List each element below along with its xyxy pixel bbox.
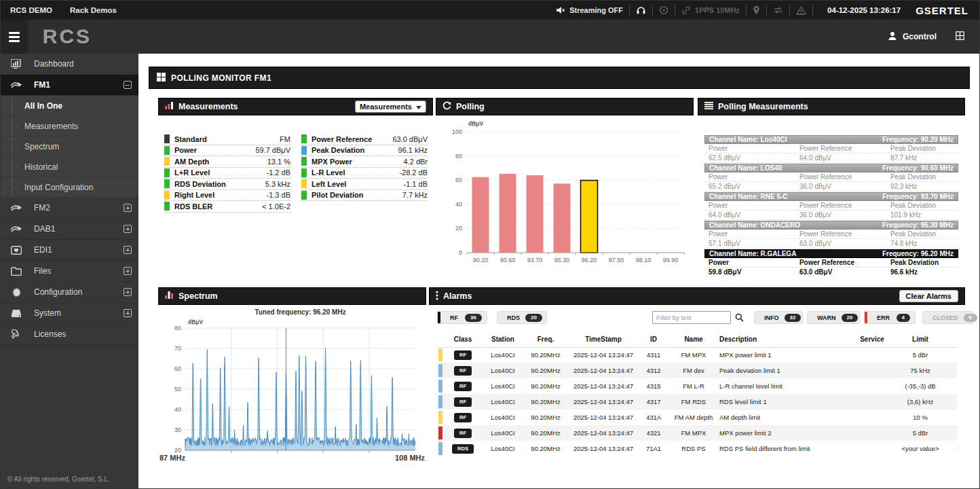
filter-chip-rds[interactable]: RDS20 bbox=[497, 311, 547, 324]
filter-chip-err[interactable]: ERR4 bbox=[864, 311, 916, 324]
alarm-row[interactable]: RFLos40CI90.20MHz2025-12-04 13:24:474312… bbox=[437, 363, 957, 378]
column-header-freq-[interactable]: Freq. bbox=[524, 332, 567, 347]
channel-block-ondacero[interactable]: Channel Name: ONDACEROFrequency: 95.30 M… bbox=[704, 221, 958, 249]
svg-text:98.10: 98.10 bbox=[636, 257, 652, 264]
reference-status[interactable]: 1PPS 10MHz bbox=[681, 5, 740, 15]
alarm-row[interactable]: RFLos40CI90.20MHz2025-12-04 13:24:474311… bbox=[437, 347, 957, 363]
field-label: Power Reference bbox=[799, 230, 890, 238]
rcs-logo[interactable]: RCS bbox=[43, 25, 92, 48]
status-indicator bbox=[301, 191, 307, 200]
column-header-class[interactable]: Class bbox=[444, 332, 482, 347]
alarm-cell-limit: 5 dBr bbox=[896, 347, 945, 363]
alarm-class-badge: RF bbox=[454, 350, 472, 360]
signal-icon bbox=[10, 204, 23, 213]
column-header-station[interactable]: Station bbox=[482, 332, 524, 347]
channel-block-los40[interactable]: Channel Name: LOS40Frequency: 90.60 MHzP… bbox=[704, 164, 958, 192]
polling-bar-chart[interactable]: 020406080100dBμV90.2090.6093.7095.3096.2… bbox=[436, 115, 694, 276]
status-indicator bbox=[301, 168, 307, 177]
sidebar-subitem-label: Historical bbox=[24, 162, 58, 172]
location-pin-icon[interactable] bbox=[753, 5, 760, 15]
filter-chip-info[interactable]: INFO32 bbox=[754, 311, 803, 324]
svg-text:96.20: 96.20 bbox=[582, 257, 597, 264]
column-header-value[interactable]: Value bbox=[945, 332, 957, 347]
user-menu[interactable]: Gcontrol bbox=[888, 31, 937, 43]
expand-icon[interactable] bbox=[124, 288, 132, 296]
dots-icon bbox=[436, 291, 438, 302]
alarm-cell-service bbox=[848, 378, 896, 394]
sidebar-subitem-input-configuration[interactable]: Input Configuration bbox=[1, 177, 138, 198]
column-header-timestamp[interactable]: TimeStamp bbox=[567, 332, 639, 347]
filter-count-badge: 36 bbox=[465, 314, 482, 322]
channel-field-values: 65.2 dBμV36.0 dBμV92.3 kHz bbox=[704, 182, 958, 192]
sidebar-item-system[interactable]: System bbox=[1, 303, 138, 324]
filter-chip-closed[interactable]: CLOSED0 bbox=[922, 311, 974, 324]
alarm-cell-name: FM MPX bbox=[668, 425, 719, 441]
clear-alarms-button[interactable]: Clear Alarms bbox=[899, 290, 958, 302]
column-header-id[interactable]: ID bbox=[639, 332, 668, 347]
channel-frequency: Frequency: 93.70 MHz bbox=[882, 193, 954, 200]
link-icon bbox=[681, 5, 691, 15]
measurement-row: Power Reference63.0 dBμV bbox=[301, 134, 428, 145]
spectrum-chart[interactable]: 20304050607080Tuned frequency: 96.20 MHz… bbox=[158, 305, 426, 469]
alarm-row[interactable]: RDSLos40CI90.20MHz2025-12-04 13:24:4771A… bbox=[437, 441, 957, 456]
sidebar-subitem-historical[interactable]: Historical bbox=[1, 157, 138, 177]
sidebar-item-fm1[interactable]: FM1 bbox=[1, 75, 138, 96]
sidebar-item-licenses[interactable]: Licenses bbox=[1, 324, 138, 345]
channel-block-r-galega[interactable]: Channel Name: R.GALEGAFrequency: 96.20 M… bbox=[704, 249, 958, 276]
alarm-row[interactable]: RFLos40CI90.20MHz2025-12-04 13:24:474315… bbox=[437, 378, 957, 394]
apps-grid-icon[interactable] bbox=[956, 31, 964, 43]
power-icon[interactable] bbox=[659, 5, 668, 15]
search-icon[interactable] bbox=[735, 312, 744, 325]
sidebar-item-files[interactable]: Files bbox=[1, 261, 138, 282]
filter-chip-warn[interactable]: WARN20 bbox=[807, 311, 860, 324]
expand-icon[interactable] bbox=[124, 309, 132, 317]
collapse-icon[interactable] bbox=[124, 81, 132, 89]
menu-rcs-demo[interactable]: RCS DEMO bbox=[10, 6, 52, 14]
channel-block-los40ci[interactable]: Channel Name: Los40CIFrequency: 90.20 MH… bbox=[704, 135, 958, 163]
filter-chip-rf[interactable]: RF36 bbox=[437, 311, 487, 324]
expand-icon[interactable] bbox=[124, 267, 132, 275]
transfer-arrows-icon[interactable] bbox=[773, 6, 783, 14]
hamburger-icon[interactable] bbox=[1, 20, 28, 54]
alarm-cell-freq: 90.20MHz bbox=[524, 441, 567, 456]
svg-text:60: 60 bbox=[455, 177, 462, 183]
status-indicator bbox=[164, 179, 170, 188]
measurements-panel-title: Measurements bbox=[178, 102, 238, 111]
alarm-class-badge: RDS bbox=[452, 444, 474, 454]
menu-rack-demos[interactable]: Rack Demos bbox=[70, 6, 117, 14]
sidebar-item-fm2[interactable]: FM2 bbox=[1, 198, 138, 219]
reference-label: 1PPS 10MHz bbox=[695, 6, 740, 14]
headphones-icon[interactable] bbox=[636, 5, 646, 15]
alarm-cell-value: Los40CI bbox=[945, 441, 957, 456]
sidebar-item-label: System bbox=[34, 308, 124, 318]
alarm-row[interactable]: RFLos40CI90.20MHz2025-12-04 13:24:47431A… bbox=[437, 410, 957, 425]
column-header-name[interactable]: Name bbox=[668, 332, 719, 347]
column-header-service[interactable]: Service bbox=[848, 332, 896, 347]
sidebar-subitem-all-in-one[interactable]: All In One bbox=[1, 96, 138, 116]
expand-icon[interactable] bbox=[124, 225, 132, 233]
sidebar-subitem-spectrum[interactable]: Spectrum bbox=[1, 137, 138, 157]
column-header-description[interactable]: Description bbox=[719, 332, 848, 347]
sidebar-item-edi1[interactable]: EDI1 bbox=[1, 240, 138, 261]
expand-icon[interactable] bbox=[124, 204, 132, 212]
svg-text:30: 30 bbox=[174, 427, 181, 433]
sidebar-item-configuration[interactable]: Configuration bbox=[1, 282, 138, 303]
streaming-status[interactable]: Streaming OFF bbox=[556, 6, 623, 14]
channel-block-rne-5-c[interactable]: Channel Name: RNE 5-CFrequency: 93.70 MH… bbox=[704, 192, 958, 220]
sidebar-subitem-measurements[interactable]: Measurements bbox=[1, 116, 138, 137]
expand-icon[interactable] bbox=[124, 246, 132, 254]
sidebar-item-label: FM2 bbox=[34, 203, 124, 213]
measurement-row: L-R Level-28.2 dB bbox=[301, 168, 428, 179]
alarm-row[interactable]: RFLos40CI90.20MHz2025-12-04 13:24:474317… bbox=[437, 394, 957, 410]
alarm-filter-input[interactable] bbox=[652, 311, 731, 324]
alarm-cell-station: Los40CI bbox=[482, 363, 524, 378]
sidebar-item-dab1[interactable]: DAB1 bbox=[1, 219, 138, 240]
measurement-value: < 1.0E-2 bbox=[262, 202, 290, 211]
sidebar-item-dashboard[interactable]: Dashboard bbox=[1, 54, 138, 75]
column-header-limit[interactable]: Limit bbox=[896, 332, 945, 347]
warning-triangle-icon[interactable] bbox=[796, 6, 806, 15]
measurements-dropdown[interactable]: Measurements bbox=[355, 101, 426, 113]
filter-count-badge: 4 bbox=[897, 314, 910, 322]
alarm-row[interactable]: RFLos40CI90.20MHz2025-12-04 13:24:474321… bbox=[437, 425, 957, 441]
sidebar-item-label: Configuration bbox=[34, 287, 124, 297]
